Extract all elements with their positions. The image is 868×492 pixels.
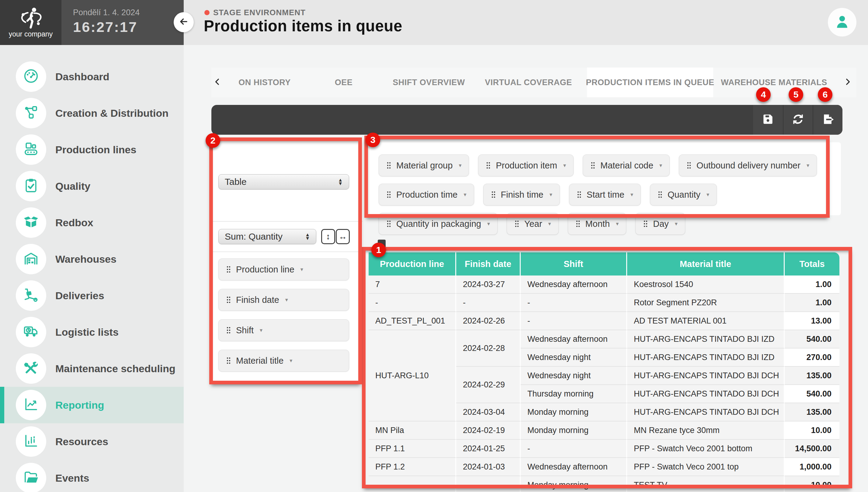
cell-material-title: Koestrosol 1540: [627, 275, 785, 294]
field-month[interactable]: Month ▾: [568, 213, 626, 235]
row-field-finish-date[interactable]: Finish date ▾: [218, 289, 349, 311]
tabs-scroll-right[interactable]: [842, 68, 854, 97]
sidebar-item-creation-distribution[interactable]: Creation & Distribution: [0, 95, 184, 131]
field-material-group[interactable]: Material group ▾: [379, 154, 469, 176]
export-button[interactable]: [813, 105, 842, 135]
sidebar-item-redbox[interactable]: Redbox: [0, 204, 184, 241]
company-logo: your company: [0, 0, 61, 45]
save-button[interactable]: [753, 105, 783, 135]
field-day[interactable]: Day ▾: [635, 213, 685, 235]
cell-total: 1.00: [785, 294, 839, 312]
field-label: Finish date: [236, 295, 279, 305]
cell-total: 14,500.00: [785, 440, 839, 458]
gauge-icon: [23, 68, 39, 85]
sidebar-item-production-lines[interactable]: Production lines: [0, 131, 184, 168]
tab-on-history[interactable]: ON HISTORY: [225, 68, 304, 97]
sidebar-item-resources[interactable]: Resources: [0, 423, 184, 460]
table-row: HUT-ARG-L10 2024-02-28 Wednesday afterno…: [369, 330, 839, 348]
chevron-down-icon[interactable]: ▾: [807, 162, 809, 169]
cell-shift: Wednesday afternoon: [521, 458, 627, 476]
scrollbar-thumb[interactable]: [378, 240, 386, 250]
cell-finish-date: 2024-02-26: [456, 312, 521, 330]
chevron-down-icon[interactable]: ▾: [290, 357, 292, 364]
refresh-button[interactable]: [783, 105, 813, 135]
move-horizontal-button[interactable]: ↔: [336, 229, 350, 244]
row-field-shift[interactable]: Shift ▾: [218, 319, 349, 341]
sidebar-item-dashboard[interactable]: Dashboard: [0, 58, 184, 95]
field-quantity[interactable]: Quantity ▾: [650, 184, 717, 205]
tab-warehouse-materials[interactable]: WAREHOUSE MATERIALS: [716, 68, 832, 97]
chevron-down-icon[interactable]: ▾: [630, 191, 633, 198]
field-outbound-delivery-number[interactable]: Outbound delivery number ▾: [679, 154, 817, 176]
chevron-down-icon[interactable]: ▾: [300, 266, 303, 273]
renderer-select[interactable]: Table ▲▼: [218, 174, 349, 190]
chevron-down-icon[interactable]: ▾: [550, 191, 552, 198]
drag-grip-icon: [386, 220, 391, 228]
sidebar-item-reporting[interactable]: Reporting: [0, 387, 184, 423]
row-field-production-line[interactable]: Production line ▾: [218, 259, 349, 280]
chevron-left-icon: [214, 77, 221, 88]
sidebar-item-maintenance-scheduling[interactable]: Maintenance scheduling: [0, 350, 184, 387]
row-field-material-title[interactable]: Material title ▾: [218, 350, 349, 372]
field-start-time[interactable]: Start time ▾: [569, 184, 641, 205]
chevron-down-icon[interactable]: ▾: [464, 191, 467, 198]
field-label: Year: [524, 219, 542, 229]
chevron-down-icon[interactable]: ▾: [706, 191, 709, 198]
panel-divider: [213, 251, 363, 252]
field-production-item[interactable]: Production item ▾: [478, 154, 574, 176]
field-finish-time[interactable]: Finish time ▾: [483, 184, 560, 205]
column-header-shift[interactable]: Shift: [521, 252, 627, 275]
back-button[interactable]: [174, 12, 194, 32]
field-label: Start time: [587, 190, 624, 200]
cell-finish-date: 2024-03-27: [456, 275, 521, 294]
column-header-finish-date[interactable]: Finish date: [456, 252, 521, 275]
user-profile-button[interactable]: [828, 8, 857, 36]
cell-total: 1,000.00: [785, 458, 839, 476]
tab-virtual-coverage[interactable]: VIRTUAL COVERAGE: [479, 68, 578, 97]
cell-shift: Monday morning: [521, 421, 627, 440]
user-icon: [833, 13, 851, 32]
tab-oee[interactable]: OEE: [309, 68, 379, 97]
field-material-code[interactable]: Material code ▾: [583, 154, 670, 176]
chevron-down-icon[interactable]: ▾: [616, 220, 619, 227]
chevron-down-icon[interactable]: ▾: [285, 296, 288, 303]
sidebar-item-quality[interactable]: Quality: [0, 168, 184, 204]
arrow-left-icon: [178, 17, 189, 28]
chevron-down-icon[interactable]: ▾: [458, 162, 462, 169]
chevron-down-icon[interactable]: ▾: [548, 220, 551, 227]
chevron-down-icon[interactable]: ▾: [260, 327, 263, 334]
table-header-row: Production line Finish date Shift Materi…: [369, 252, 839, 275]
column-header-totals[interactable]: Totals: [785, 252, 839, 275]
cell-total: 135.00: [785, 367, 839, 385]
chevron-down-icon[interactable]: ▾: [487, 220, 490, 227]
field-label: Day: [653, 219, 669, 229]
cell-total: 1.00: [785, 275, 839, 294]
table-row: PFP 1.2 2024-01-03 Wednesday afternoon P…: [369, 458, 839, 476]
column-header-material-title[interactable]: Material title: [627, 252, 785, 275]
tab-production-items-in-queue[interactable]: PRODUCTION ITEMS IN QUEUE: [587, 68, 713, 97]
cell-production-line: -: [369, 294, 456, 312]
field-year[interactable]: Year ▾: [507, 213, 559, 235]
drag-grip-icon: [386, 191, 391, 199]
chevron-down-icon[interactable]: ▾: [660, 162, 662, 169]
chevron-down-icon[interactable]: ▾: [675, 220, 678, 227]
move-vertical-button[interactable]: ↕: [321, 229, 335, 244]
sidebar-item-logistic-lists[interactable]: Logistic lists: [0, 314, 184, 350]
cell-material-title: HUT-ARG-ENCAPS TINTADO BJI IZD: [627, 348, 785, 367]
sidebar-item-deliveries[interactable]: Deliveries: [0, 277, 184, 314]
bar-chart-icon: [23, 433, 39, 450]
cell-total: 135.00: [785, 403, 839, 421]
aggregator-select[interactable]: Sum: Quantity ▲▼: [218, 229, 316, 244]
field-production-time[interactable]: Production time ▾: [379, 184, 474, 205]
field-quantity-in-packaging[interactable]: Quantity in packaging ▾: [379, 213, 498, 235]
clipboard-check-icon: [23, 177, 39, 195]
clock-time: 16:27:17: [73, 19, 184, 35]
tab-shift-overview[interactable]: SHIFT OVERVIEW: [382, 68, 476, 97]
sidebar-item-warehouses[interactable]: Warehouses: [0, 241, 184, 277]
cell-material-title: Rotor Segment PZ20R: [627, 294, 785, 312]
warehouse-icon: [23, 250, 39, 268]
tabs-scroll-left[interactable]: [212, 68, 224, 97]
column-header-production-line[interactable]: Production line: [369, 252, 456, 275]
sidebar-item-events[interactable]: Events: [0, 460, 184, 492]
chevron-down-icon[interactable]: ▾: [563, 162, 566, 169]
